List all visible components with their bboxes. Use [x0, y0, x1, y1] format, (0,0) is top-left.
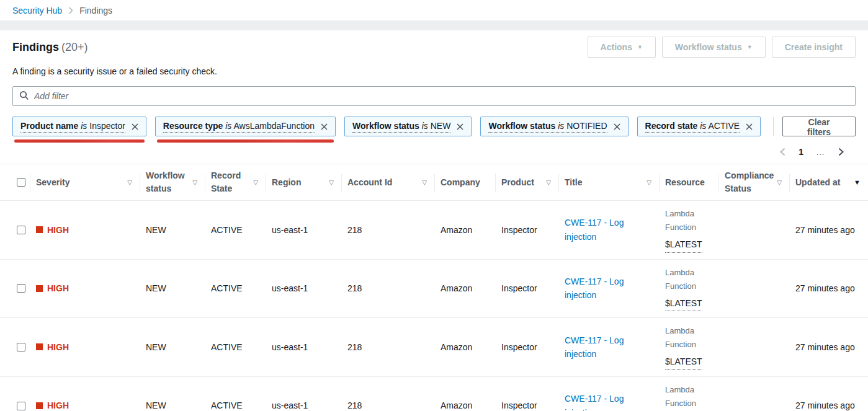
severity-high-icon	[36, 402, 43, 409]
column-header[interactable]: Compliance Status ▽	[718, 164, 789, 200]
column-header-label: Product	[501, 176, 534, 189]
filter-token-operator: is	[225, 121, 231, 131]
workflow-status-cell: NEW	[140, 201, 205, 259]
compliance-status-cell	[718, 318, 789, 376]
severity-value: HIGH	[47, 281, 69, 295]
filter-token-field: Resource type	[163, 121, 223, 131]
pagination-next-icon[interactable]	[838, 148, 844, 156]
pagination-previous-icon[interactable]	[779, 148, 786, 156]
updated-at-cell: 27 minutes ago	[789, 260, 868, 318]
account-id-cell: 218	[341, 318, 434, 376]
record-state-cell: ACTIVE	[205, 318, 266, 376]
filter-token-value: Inspector	[89, 121, 125, 131]
column-header-label: Title	[565, 176, 583, 189]
row-checkbox[interactable]	[17, 343, 25, 351]
sort-icon[interactable]: ▽	[422, 179, 427, 186]
sort-icon[interactable]: ▽	[192, 179, 197, 186]
sort-icon[interactable]: ▽	[647, 179, 651, 186]
compliance-status-cell	[718, 377, 789, 411]
filter-token[interactable]: Record state is ACTIVE	[637, 117, 761, 136]
filter-search-box	[12, 86, 856, 106]
resource-cell: Lambda Function $LATEST	[659, 318, 718, 376]
add-filter-input[interactable]	[34, 91, 849, 101]
remove-filter-icon[interactable]	[614, 123, 620, 130]
filter-token-value: AwsLambdaFunction	[233, 121, 314, 131]
remove-filter-icon[interactable]	[321, 123, 328, 130]
filter-token-field: Product name	[20, 121, 78, 131]
resource-id-tooltip-trigger[interactable]: $LATEST	[665, 355, 702, 369]
company-cell: Amazon	[434, 201, 495, 259]
column-header-label: Resource	[665, 176, 705, 189]
table-row: HIGH NEW ACTIVE us-east-1 218 Amazon Ins…	[0, 318, 868, 377]
actions-dropdown-button[interactable]: Actions ▼	[588, 37, 656, 58]
column-header[interactable]: Workflow status ▽	[140, 164, 205, 200]
sort-icon[interactable]: ▽	[546, 179, 551, 186]
resource-type-text: Lambda Function	[665, 383, 712, 410]
filter-token-field: Workflow status	[352, 121, 419, 131]
product-cell: Inspector	[495, 377, 558, 411]
column-header-label: Updated at	[795, 176, 840, 189]
resource-type-text: Lambda Function	[665, 207, 712, 234]
remove-filter-icon[interactable]	[746, 123, 753, 130]
clear-filters-button[interactable]: Clear filters	[782, 117, 856, 136]
finding-title-link[interactable]: CWE-117 - Log injection	[565, 334, 653, 361]
compliance-status-cell	[718, 260, 789, 318]
filter-token-label: Resource type is AwsLambdaFunction	[163, 121, 315, 133]
workflow-status-cell: NEW	[140, 318, 205, 376]
updated-at-cell: 27 minutes ago	[789, 201, 868, 259]
column-header[interactable]: Severity ▽	[30, 164, 140, 200]
finding-title-link[interactable]: CWE-117 - Log injection	[565, 392, 653, 411]
breadcrumb-link-security-hub[interactable]: Security Hub	[12, 6, 62, 15]
filter-token-operator: is	[558, 121, 564, 131]
column-header-label: Company	[441, 176, 480, 189]
breadcrumb-current-findings: Findings	[79, 6, 112, 15]
remove-filter-icon[interactable]	[132, 123, 138, 130]
create-insight-button[interactable]: Create insight	[772, 37, 856, 58]
pagination: 1 …	[12, 144, 856, 160]
column-header[interactable]: Account Id ▽	[341, 164, 434, 200]
severity-badge: HIGH	[36, 281, 69, 295]
sort-icon[interactable]: ▽	[253, 179, 258, 186]
account-id-cell: 218	[341, 201, 434, 259]
workflow-status-dropdown-button[interactable]: Workflow status ▼	[662, 37, 766, 58]
resource-id-tooltip-trigger[interactable]: $LATEST	[665, 237, 702, 252]
filter-divider	[773, 117, 774, 136]
column-header[interactable]: Title ▽	[558, 164, 659, 200]
column-header[interactable]: Record State ▽	[205, 164, 266, 200]
filter-token[interactable]: Workflow status is NOTIFIED	[480, 117, 628, 136]
product-cell: Inspector	[495, 201, 558, 259]
column-header[interactable]: Resource	[659, 164, 718, 200]
compliance-status-cell	[718, 201, 789, 259]
pagination-page-1[interactable]: 1	[799, 147, 803, 157]
column-header-label: Account Id	[347, 176, 392, 189]
resource-id-tooltip-trigger[interactable]: $LATEST	[665, 296, 702, 311]
column-header-label: Severity	[36, 176, 69, 189]
filter-token-label: Product name is Inspector	[20, 121, 125, 133]
sort-icon[interactable]: ▽	[777, 179, 782, 186]
column-header[interactable]: Company	[434, 164, 495, 200]
row-checkbox[interactable]	[17, 226, 25, 234]
page-background-band	[0, 20, 868, 30]
finding-title-link[interactable]: CWE-117 - Log injection	[565, 216, 653, 244]
filter-token[interactable]: Resource type is AwsLambdaFunction	[155, 117, 336, 136]
row-checkbox[interactable]	[17, 284, 25, 293]
table-header-row: Severity ▽ Workflow status ▽ Record Stat…	[0, 164, 868, 201]
sort-icon[interactable]: ▼	[854, 179, 861, 186]
severity-badge: HIGH	[36, 340, 69, 354]
column-header[interactable]: Updated at ▼	[789, 164, 868, 200]
finding-title-link[interactable]: CWE-117 - Log injection	[565, 275, 653, 303]
column-header[interactable]: Region ▽	[266, 164, 341, 200]
filter-token-label: Record state is ACTIVE	[645, 121, 740, 133]
filter-token-operator: is	[700, 121, 706, 131]
page-header: Findings(20+) Actions ▼ Workflow status …	[12, 37, 856, 58]
sort-icon[interactable]: ▽	[329, 179, 334, 186]
filter-token[interactable]: Workflow status is NEW	[344, 117, 472, 136]
column-header-label: Workflow status	[146, 169, 190, 195]
resource-cell: Lambda Function $LATEST	[659, 201, 718, 259]
row-checkbox[interactable]	[17, 402, 25, 410]
sort-icon[interactable]: ▽	[127, 179, 132, 186]
filter-token[interactable]: Product name is Inspector	[12, 117, 146, 136]
remove-filter-icon[interactable]	[457, 123, 463, 130]
column-header[interactable]: Product ▽	[495, 164, 558, 200]
select-all-checkbox[interactable]	[17, 178, 25, 187]
